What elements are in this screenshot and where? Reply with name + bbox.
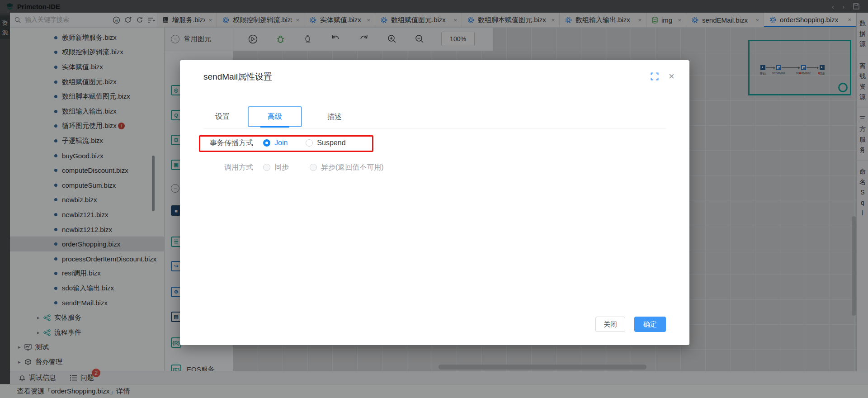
close-icon[interactable]: × <box>669 71 675 81</box>
maximize-icon[interactable] <box>651 72 659 81</box>
transaction-propagation-label: 事务传播方式 <box>203 138 253 148</box>
invoke-mode-label: 调用方式 <box>203 163 253 172</box>
radio-join-label[interactable]: Join <box>274 139 288 147</box>
tab-advanced[interactable]: 高级 <box>248 106 302 127</box>
tab-settings[interactable]: 设置 <box>203 106 242 127</box>
radio-suspend[interactable] <box>306 139 313 147</box>
radio-sync[interactable] <box>263 164 270 171</box>
radio-async-label[interactable]: 异步(返回值不可用) <box>321 163 384 172</box>
radio-sync-label[interactable]: 同步 <box>274 163 289 172</box>
radio-async[interactable] <box>310 164 317 171</box>
sendmail-properties-dialog: sendMail属性设置 × 设置 高级 描述 事务传播方式 Join Susp… <box>180 60 689 345</box>
radio-suspend-label[interactable]: Suspend <box>317 139 345 147</box>
close-button[interactable]: 关闭 <box>595 317 625 332</box>
primeton-ide-window: Primeton-IDE ‹ › 资源 输入关键字搜索 AI <box>0 0 868 398</box>
tabs-divider <box>203 128 666 128</box>
dialog-tabs: 设置 高级 描述 <box>203 106 362 127</box>
dialog-title: sendMail属性设置 <box>203 71 272 83</box>
invoke-mode-row: 调用方式 同步 异步(返回值不可用) <box>203 160 384 175</box>
ok-button[interactable]: 确定 <box>634 317 666 332</box>
tab-description[interactable]: 描述 <box>307 106 362 127</box>
transaction-propagation-row: 事务传播方式 Join Suspend <box>203 136 346 150</box>
radio-join[interactable] <box>263 139 270 147</box>
